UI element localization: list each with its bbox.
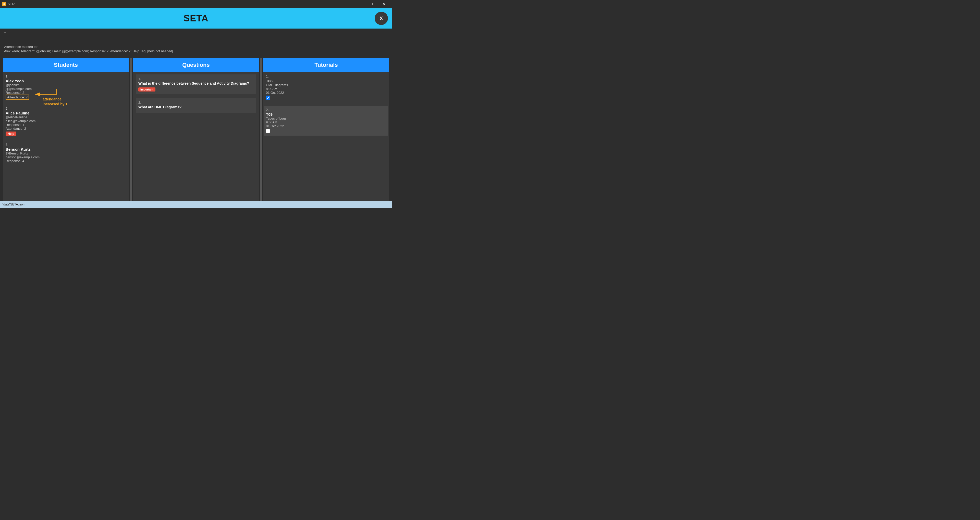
tutorial-2-time: 9:00AM bbox=[266, 120, 387, 124]
question-item-1: 1. What is the difference between Sequen… bbox=[136, 75, 256, 94]
student-item-2: 2. Alice Pauline @AlicePauline alice@exa… bbox=[6, 106, 126, 139]
student-3-handle: @BensonKurtz bbox=[6, 151, 126, 155]
student-3-email: benson@example.com bbox=[6, 155, 126, 159]
statusbar-path: \data\SETA.json bbox=[3, 203, 24, 206]
student-2-email: alice@example.com bbox=[6, 119, 126, 123]
command-input-row bbox=[4, 36, 388, 41]
tutorials-body[interactable]: 1. T08 UML Diagrams 8:00AM 01 Oct 2022 2… bbox=[263, 72, 389, 201]
question-item-2: 2. What are UML Diagrams? bbox=[136, 98, 256, 113]
divider-1 bbox=[130, 58, 132, 201]
command-area: ? bbox=[0, 29, 392, 43]
tutorial-item-2: 2. T09 Types of bugs 9:00AM 01 Oct 2022 bbox=[264, 106, 388, 136]
tutorial-1-number: 1. bbox=[266, 75, 387, 78]
student-3-name: Benson Kurtz bbox=[6, 147, 126, 151]
question-2-number: 2. bbox=[138, 101, 254, 105]
command-question-mark: ? bbox=[4, 31, 388, 35]
app-close-button[interactable]: X bbox=[375, 12, 388, 25]
tutorial-2-topic: Types of bugs bbox=[266, 116, 387, 120]
command-input[interactable] bbox=[4, 36, 388, 40]
question-1-number: 1. bbox=[138, 77, 254, 81]
student-3-number: 3. bbox=[6, 143, 126, 147]
questions-body[interactable]: 1. What is the difference between Sequen… bbox=[133, 72, 259, 201]
tutorial-2-id: T09 bbox=[266, 112, 387, 116]
student-2-attendance: Attendance: 2 bbox=[6, 127, 126, 130]
student-2-number: 2. bbox=[6, 106, 126, 110]
student-3-response: Response: 4 bbox=[6, 159, 126, 163]
divider-2 bbox=[260, 58, 262, 201]
student-1-response: Response: 2 bbox=[6, 91, 126, 95]
titlebar: S SETA ─ □ ✕ bbox=[0, 0, 392, 8]
tutorial-1-id: T08 bbox=[266, 79, 387, 83]
titlebar-left: S SETA bbox=[2, 2, 15, 6]
tutorial-2-number: 2. bbox=[266, 108, 387, 112]
tutorial-2-date: 01 Oct 2022 bbox=[266, 124, 387, 128]
student-item-3: 3. Benson Kurtz @BensonKurtz benson@exam… bbox=[6, 143, 126, 165]
restore-button[interactable]: □ bbox=[366, 0, 377, 8]
close-window-button[interactable]: ✕ bbox=[378, 0, 390, 8]
status-area: Attendance marked for: Alex Yeoh; Telegr… bbox=[0, 43, 392, 56]
student-1-handle: @johnlim bbox=[6, 83, 126, 87]
app-header: SETA X bbox=[0, 8, 392, 29]
student-2-response: Response: 1 bbox=[6, 123, 126, 127]
student-1-email: jljj@example.com bbox=[6, 87, 126, 91]
minimize-button[interactable]: ─ bbox=[353, 0, 364, 8]
titlebar-title: SETA bbox=[8, 2, 15, 6]
tutorial-1-topic: UML Diagrams bbox=[266, 83, 387, 87]
questions-header: Questions bbox=[133, 58, 259, 72]
student-1-name: Alex Yeoh bbox=[6, 79, 126, 83]
student-2-help-tag: Help bbox=[6, 132, 16, 136]
students-column: Students 1. Alex Yeoh @johnlim jljj@exam… bbox=[3, 58, 129, 201]
titlebar-controls: ─ □ ✕ bbox=[353, 0, 390, 8]
student-2-handle: @AlicePauline bbox=[6, 115, 126, 119]
tutorial-1-checkbox[interactable] bbox=[266, 95, 270, 100]
student-item-1: 1. Alex Yeoh @johnlim jljj@example.com R… bbox=[6, 75, 126, 103]
app-title: SETA bbox=[183, 13, 208, 24]
student-2-name: Alice Pauline bbox=[6, 111, 126, 115]
tutorials-header: Tutorials bbox=[263, 58, 389, 72]
tutorial-item-1: 1. T08 UML Diagrams 8:00AM 01 Oct 2022 bbox=[266, 75, 387, 103]
statusbar: \data\SETA.json bbox=[0, 201, 392, 208]
status-label: Attendance marked for: bbox=[4, 45, 388, 49]
question-1-important-tag: Important bbox=[138, 87, 156, 92]
status-info: Alex Yeoh; Telegram: @johnlim; Email: jl… bbox=[4, 49, 388, 53]
tutorial-1-date: 01 Oct 2022 bbox=[266, 91, 387, 95]
question-2-text: What are UML Diagrams? bbox=[138, 105, 254, 109]
students-header: Students bbox=[3, 58, 129, 72]
tutorial-2-checkbox[interactable] bbox=[266, 129, 270, 133]
main-content: Students 1. Alex Yeoh @johnlim jljj@exam… bbox=[0, 56, 392, 201]
tutorial-1-time: 8:00AM bbox=[266, 87, 387, 91]
tutorials-column: Tutorials 1. T08 UML Diagrams 8:00AM 01 … bbox=[263, 58, 389, 201]
questions-column: Questions 1. What is the difference betw… bbox=[133, 58, 259, 201]
student-1-number: 1. bbox=[6, 75, 126, 78]
student-1-attendance: Attendance: 7 bbox=[6, 95, 29, 100]
app-icon: S bbox=[2, 2, 6, 6]
students-body[interactable]: 1. Alex Yeoh @johnlim jljj@example.com R… bbox=[3, 72, 129, 201]
question-1-text: What is the difference between Sequence … bbox=[138, 81, 254, 86]
